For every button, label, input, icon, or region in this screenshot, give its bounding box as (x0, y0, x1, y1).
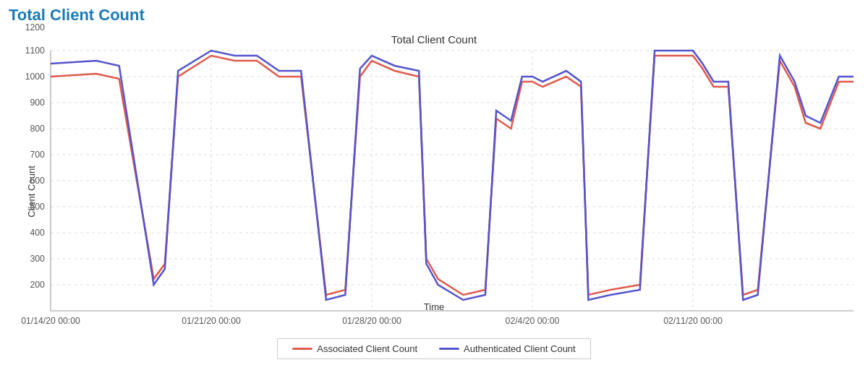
legend-associated: Associated Client Count (292, 343, 417, 354)
svg-text:1000: 1000 (25, 72, 45, 82)
chart-container: Total Client Count Client Count (0, 30, 868, 363)
svg-text:700: 700 (30, 150, 45, 160)
x-axis-label: Time (424, 301, 444, 312)
authenticated-legend-line (439, 348, 459, 350)
authenticated-legend-label: Authenticated Client Count (464, 343, 576, 354)
svg-text:300: 300 (30, 254, 45, 264)
svg-text:800: 800 (30, 124, 45, 134)
page-title: Total Client Count (0, 0, 868, 30)
svg-text:01/14/20 00:00: 01/14/20 00:00 (21, 316, 80, 326)
svg-text:1200: 1200 (25, 22, 45, 33)
svg-text:01/21/20 00:00: 01/21/20 00:00 (182, 316, 241, 326)
legend-authenticated: Authenticated Client Count (439, 343, 576, 354)
svg-text:1100: 1100 (25, 46, 45, 56)
chart-legend: Associated Client Count Authenticated Cl… (277, 338, 590, 359)
svg-text:500: 500 (30, 202, 45, 212)
svg-text:600: 600 (30, 176, 45, 186)
authenticated-line (51, 51, 854, 300)
chart-area: 200 300 400 500 600 700 800 900 1000 110… (51, 51, 854, 311)
svg-text:02/4/20 00:00: 02/4/20 00:00 (506, 316, 560, 326)
svg-text:400: 400 (30, 228, 45, 238)
associated-legend-line (292, 348, 312, 350)
svg-text:01/28/20 00:00: 01/28/20 00:00 (342, 316, 401, 326)
svg-text:200: 200 (30, 280, 45, 290)
chart-svg: 200 300 400 500 600 700 800 900 1000 110… (51, 51, 854, 311)
associated-legend-label: Associated Client Count (317, 343, 417, 354)
chart-title: Total Client Count (0, 30, 868, 47)
svg-text:02/11/20 00:00: 02/11/20 00:00 (663, 316, 723, 326)
svg-text:900: 900 (30, 98, 45, 108)
